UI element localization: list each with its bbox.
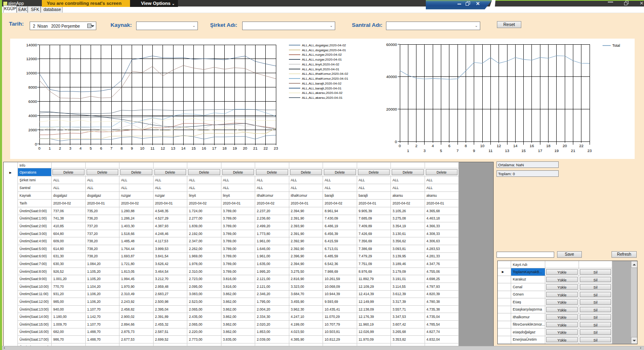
svg-text:3: 3 xyxy=(423,148,425,153)
svg-text:3: 3 xyxy=(69,146,71,150)
svg-text:7: 7 xyxy=(110,146,112,150)
svg-text:ALL,ALL,barajli,2020-04-02: ALL,ALL,barajli,2020-04-02 xyxy=(302,82,342,85)
svg-text:9: 9 xyxy=(473,148,475,153)
svg-text:14: 14 xyxy=(181,146,186,150)
svg-text:2: 2 xyxy=(59,146,61,150)
svg-text:22: 22 xyxy=(579,143,583,148)
svg-text:5: 5 xyxy=(440,148,442,153)
svg-text:16: 16 xyxy=(202,146,206,150)
svg-text:ALL,ALL,ithalKomur,2020-04-01: ALL,ALL,ithalKomur,2020-04-01 xyxy=(302,77,348,80)
svg-text:21: 21 xyxy=(253,146,258,150)
svg-text:40000: 40000 xyxy=(386,74,397,79)
svg-text:12: 12 xyxy=(497,143,501,148)
svg-text:14000: 14000 xyxy=(26,43,37,47)
svg-text:4: 4 xyxy=(432,143,434,148)
svg-text:0: 0 xyxy=(399,143,401,148)
svg-text:12000: 12000 xyxy=(26,57,37,61)
svg-text:20: 20 xyxy=(563,143,567,148)
svg-text:0: 0 xyxy=(395,139,397,144)
svg-text:15: 15 xyxy=(191,146,196,150)
svg-text:10000: 10000 xyxy=(26,71,37,75)
svg-text:8: 8 xyxy=(121,146,123,150)
svg-text:1: 1 xyxy=(49,146,51,150)
svg-text:21: 21 xyxy=(571,148,575,153)
svg-text:10: 10 xyxy=(140,146,145,150)
svg-text:22: 22 xyxy=(263,146,268,150)
svg-text:23: 23 xyxy=(588,148,592,153)
svg-text:7: 7 xyxy=(456,148,458,153)
svg-text:8: 8 xyxy=(465,143,467,148)
svg-text:17: 17 xyxy=(212,146,217,150)
svg-text:4000: 4000 xyxy=(28,113,37,118)
svg-text:6: 6 xyxy=(100,146,102,150)
svg-text:6: 6 xyxy=(448,143,450,148)
svg-text:ALL,ALL,linyit,2020-04-01: ALL,ALL,linyit,2020-04-01 xyxy=(302,67,340,71)
svg-text:ALL,ALL,dogalgaz,2020-04-02: ALL,ALL,dogalgaz,2020-04-02 xyxy=(302,43,346,47)
svg-text:1: 1 xyxy=(407,148,409,153)
svg-text:ALL,ALL,barajli,2020-04-01: ALL,ALL,barajli,2020-04-01 xyxy=(302,87,342,90)
svg-text:18: 18 xyxy=(222,146,227,150)
svg-text:4: 4 xyxy=(80,146,82,150)
svg-text:2000: 2000 xyxy=(28,128,37,132)
svg-text:ALL,ALL,akarsu,2020-04-02: ALL,ALL,akarsu,2020-04-02 xyxy=(302,91,343,95)
svg-text:17: 17 xyxy=(538,148,542,153)
svg-text:ALL,ALL,akarsu,2020-04-01: ALL,ALL,akarsu,2020-04-01 xyxy=(302,96,343,100)
svg-text:11: 11 xyxy=(150,146,154,150)
svg-text:16: 16 xyxy=(530,143,534,148)
svg-text:14: 14 xyxy=(513,143,518,148)
svg-text:ALL,ALL,ruzgar,2020-04-02: ALL,ALL,ruzgar,2020-04-02 xyxy=(302,53,342,57)
svg-text:23: 23 xyxy=(274,146,278,150)
svg-text:5: 5 xyxy=(90,146,92,150)
svg-text:ALL,ALL,dogalgaz,2020-04-01: ALL,ALL,dogalgaz,2020-04-01 xyxy=(302,48,346,52)
svg-text:9: 9 xyxy=(131,146,133,150)
svg-text:ALL,ALL,ithalKomur,2020-04-02: ALL,ALL,ithalKomur,2020-04-02 xyxy=(302,72,348,76)
svg-text:13: 13 xyxy=(505,148,510,153)
svg-text:18: 18 xyxy=(546,143,551,148)
svg-text:0: 0 xyxy=(35,142,37,146)
svg-text:10: 10 xyxy=(480,143,485,148)
svg-text:20000: 20000 xyxy=(386,107,397,111)
svg-text:Total: Total xyxy=(612,43,620,48)
svg-text:2: 2 xyxy=(415,143,417,148)
svg-text:13: 13 xyxy=(171,146,176,150)
svg-text:ALL,ALL,linyit,2020-04-02: ALL,ALL,linyit,2020-04-02 xyxy=(302,63,340,66)
svg-text:11: 11 xyxy=(488,148,492,153)
svg-text:12: 12 xyxy=(160,146,165,150)
svg-text:19: 19 xyxy=(233,146,237,150)
svg-text:0: 0 xyxy=(38,146,40,150)
svg-text:8000: 8000 xyxy=(28,85,37,89)
svg-text:15: 15 xyxy=(521,148,526,153)
svg-text:20: 20 xyxy=(243,146,247,150)
svg-text:19: 19 xyxy=(555,148,559,153)
svg-text:6000: 6000 xyxy=(28,99,37,104)
svg-text:60000: 60000 xyxy=(386,42,397,47)
svg-text:ALL,ALL,ruzgar,2020-04-01: ALL,ALL,ruzgar,2020-04-01 xyxy=(302,58,342,61)
